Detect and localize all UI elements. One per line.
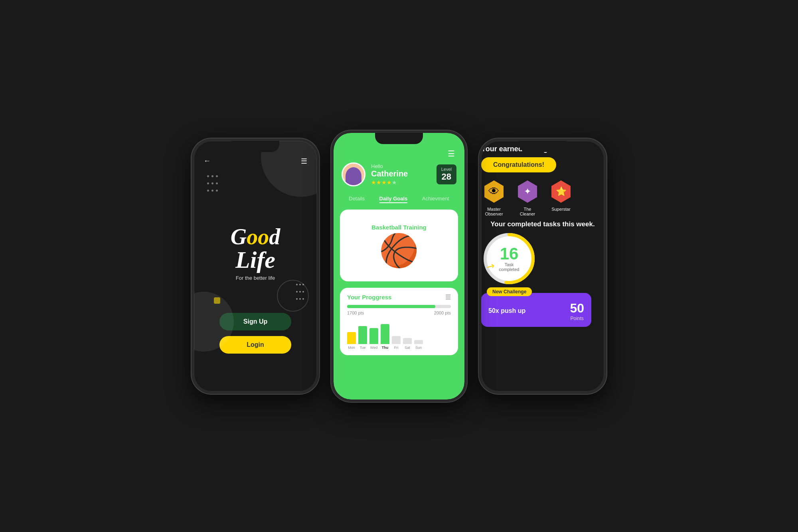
tagline: For the better life: [194, 275, 317, 281]
tasks-number: 16: [495, 245, 523, 262]
challenge-card: New Challenge 50x push up 50 Points: [481, 293, 591, 327]
dot-grid-topleft: [206, 173, 219, 194]
tasks-label: Task completed: [495, 262, 523, 272]
avatar-head: [348, 162, 359, 167]
challenge-points-container: 50 Points: [570, 301, 584, 321]
challenge-pts-label: Points: [570, 316, 584, 321]
badge-master-observer: 👁 MasterObserver: [481, 179, 507, 216]
basketball-title: Basketball Training: [371, 224, 427, 231]
progress-track: [347, 305, 451, 308]
completed-tasks-title: Your completed tasks this week.: [481, 220, 604, 228]
progress-card: Your Proggress ☰ 1700 pts 2000 pts: [340, 288, 458, 355]
phone-1: ← ☰ Good Life For the better life Sign U…: [192, 138, 319, 394]
phone-3: Your earned a badge Congratulations! 👁 M…: [479, 138, 606, 394]
logo-good: Good: [194, 225, 317, 248]
tasks-circle: 16 Task completed: [481, 231, 537, 287]
challenge-points: 50: [570, 301, 584, 316]
user-name: Catherine: [371, 169, 431, 178]
superstar-icon: ⭐: [556, 186, 567, 197]
progress-fill: [347, 305, 435, 308]
user-section: Hello Catherine ★★★★★ Level 28: [334, 162, 464, 192]
progress-labels: 1700 pts 2000 pts: [347, 310, 451, 315]
progress-title: Your Proggress: [347, 294, 391, 301]
logo-life: Life: [194, 248, 317, 272]
progress-start: 1700 pts: [347, 310, 364, 315]
master-observer-icon: 👁: [488, 185, 500, 198]
tab-achievement[interactable]: Achievment: [422, 196, 449, 203]
congrats-button[interactable]: Congratulations!: [481, 157, 556, 172]
login-button[interactable]: Login: [219, 336, 291, 354]
basketball-card: Basketball Training 🏀: [340, 210, 458, 281]
basketball-icon: 🏀: [379, 235, 419, 267]
dot-grid-right: [295, 281, 305, 302]
user-hello: Hello: [371, 163, 431, 169]
deco-square: [214, 297, 220, 304]
bar-days: Mon Tue Wed Thu Fri Sat Sun: [347, 346, 451, 350]
logo-area: Good Life For the better life: [194, 225, 317, 281]
master-observer-name: MasterObserver: [485, 207, 503, 216]
the-cleaner-name: TheCleaner: [520, 207, 535, 216]
phone-2: ☰ Hello Catherine ★★★★★: [331, 131, 467, 402]
notch-2: [375, 133, 423, 144]
badge-the-cleaner: ✦ TheCleaner: [515, 179, 540, 216]
superstar-name: Superstar: [551, 207, 571, 212]
challenge-badge-label: New Challenge: [487, 287, 532, 296]
notch-1: [231, 141, 279, 152]
the-cleaner-icon: ✦: [524, 186, 531, 197]
level-label: Level: [441, 167, 452, 172]
back-icon[interactable]: ←: [203, 157, 211, 166]
level-badge: Level 28: [437, 164, 456, 184]
tab-details[interactable]: Details: [349, 196, 365, 203]
challenge-name: 50x push up: [488, 307, 525, 314]
notch-3: [519, 141, 567, 152]
badge-superstar: ⭐ Superstar: [548, 179, 574, 216]
progress-menu-icon[interactable]: ☰: [445, 293, 451, 301]
tab-daily-goals[interactable]: Daily Goals: [379, 196, 408, 203]
user-stars: ★★★★★: [371, 179, 431, 186]
user-info: Hello Catherine ★★★★★: [371, 163, 431, 186]
level-number: 28: [441, 172, 452, 182]
menu-icon-2[interactable]: ☰: [448, 149, 455, 158]
badges-row: 👁 MasterObserver ✦ TheCleaner: [481, 179, 604, 216]
tabs: Details Daily Goals Achievment: [334, 192, 464, 206]
avatar: [342, 162, 365, 186]
progress-end: 2000 pts: [434, 310, 451, 315]
bar-chart: [347, 320, 451, 344]
